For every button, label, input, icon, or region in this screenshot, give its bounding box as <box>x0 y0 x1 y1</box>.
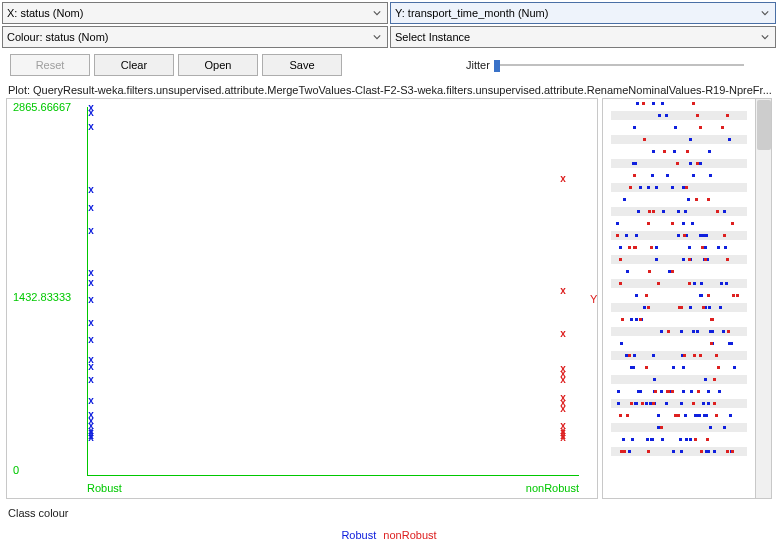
attribute-strip <box>611 147 747 156</box>
data-point: x <box>560 432 566 443</box>
attribute-bars-plot[interactable] <box>602 98 756 499</box>
colour-dropdown[interactable]: Colour: status (Nom) <box>2 26 388 48</box>
data-point: x <box>88 395 94 406</box>
reset-button: Reset <box>10 54 90 76</box>
attribute-strip <box>611 243 747 252</box>
attribute-strip <box>611 327 747 336</box>
attribute-strip <box>611 351 747 360</box>
select-instance-dropdown[interactable]: Select Instance <box>390 26 776 48</box>
data-point: x <box>88 107 94 118</box>
clear-button[interactable]: Clear <box>94 54 174 76</box>
attribute-strip <box>611 111 747 120</box>
scrollbar-thumb[interactable] <box>757 100 771 150</box>
attribute-strip <box>611 267 747 276</box>
chevron-down-icon <box>370 30 384 44</box>
x-axis-dropdown[interactable]: X: status (Nom) <box>2 2 388 24</box>
x-tick-left: Robust <box>87 482 122 494</box>
data-point: x <box>88 432 94 443</box>
y-tick-mid: 1432.83333 <box>13 291 71 303</box>
side-y-label: Y <box>590 293 597 305</box>
attribute-strip <box>611 399 747 408</box>
attribute-strip <box>611 423 747 432</box>
x-tick-right: nonRobust <box>526 482 579 494</box>
data-point: x <box>88 121 94 132</box>
app-root: X: status (Nom) Y: transport_time_month … <box>0 0 778 549</box>
data-point: x <box>88 293 94 304</box>
plot-row: 2865.66667 1432.83333 0 Robust nonRobust… <box>2 98 776 503</box>
data-point: x <box>88 224 94 235</box>
attribute-strip <box>611 303 747 312</box>
attribute-strip <box>611 279 747 288</box>
jitter-slider[interactable] <box>494 58 744 72</box>
attribute-strip <box>611 291 747 300</box>
attribute-strip <box>611 375 747 384</box>
attribute-strip <box>611 207 747 216</box>
y-axis-label: Y: transport_time_month (Num) <box>395 7 548 19</box>
x-axis-line <box>87 475 579 476</box>
jitter-control: Jitter <box>466 58 744 72</box>
slider-track <box>494 64 744 66</box>
attribute-strip <box>611 123 747 132</box>
side-panel: Y <box>602 98 772 499</box>
attribute-strip <box>611 339 747 348</box>
attribute-strip <box>611 183 747 192</box>
class-colour-label: Class colour <box>2 503 776 519</box>
plot-title: Plot: QueryResult-weka.filters.unsupervi… <box>2 80 776 98</box>
attribute-strip <box>611 195 747 204</box>
chevron-down-icon <box>758 6 772 20</box>
dropdown-row-1: X: status (Nom) Y: transport_time_month … <box>2 2 776 24</box>
y-tick-zero: 0 <box>13 464 19 476</box>
attribute-strip <box>611 171 747 180</box>
attribute-strip <box>611 411 747 420</box>
y-tick-top: 2865.66667 <box>13 101 71 113</box>
data-point: x <box>560 328 566 339</box>
attribute-strip <box>611 435 747 444</box>
data-point: x <box>88 276 94 287</box>
data-point: x <box>88 201 94 212</box>
open-button[interactable]: Open <box>178 54 258 76</box>
data-point: x <box>88 184 94 195</box>
attribute-strip <box>611 99 747 108</box>
chevron-down-icon <box>370 6 384 20</box>
legend-nonrobust: nonRobust <box>383 529 436 541</box>
side-scrollbar[interactable] <box>756 98 772 499</box>
attribute-strip <box>611 231 747 240</box>
data-point: x <box>560 284 566 295</box>
data-point: x <box>560 374 566 385</box>
attribute-strip <box>611 159 747 168</box>
attribute-strip <box>611 135 747 144</box>
attribute-strip <box>611 363 747 372</box>
colour-label: Colour: status (Nom) <box>7 31 108 43</box>
toolbar-row: Reset Clear Open Save Jitter <box>2 50 776 80</box>
jitter-label: Jitter <box>466 59 490 71</box>
dropdown-row-2: Colour: status (Nom) Select Instance <box>2 26 776 48</box>
slider-thumb[interactable] <box>494 60 500 72</box>
attribute-strip <box>611 255 747 264</box>
class-colour-legend: Robust nonRobust <box>2 519 776 547</box>
y-axis-dropdown[interactable]: Y: transport_time_month (Num) <box>390 2 776 24</box>
attribute-strip <box>611 387 747 396</box>
main-plot[interactable]: 2865.66667 1432.83333 0 Robust nonRobust… <box>6 98 598 499</box>
data-point: x <box>560 172 566 183</box>
select-instance-label: Select Instance <box>395 31 470 43</box>
data-point: x <box>88 334 94 345</box>
x-axis-label: X: status (Nom) <box>7 7 83 19</box>
data-point: x <box>88 374 94 385</box>
save-button[interactable]: Save <box>262 54 342 76</box>
data-point: x <box>88 360 94 371</box>
data-point: x <box>88 316 94 327</box>
legend-robust: Robust <box>341 529 376 541</box>
attribute-strip <box>611 447 747 456</box>
attribute-strip <box>611 219 747 228</box>
data-point: x <box>560 403 566 414</box>
attribute-strip <box>611 315 747 324</box>
chevron-down-icon <box>758 30 772 44</box>
